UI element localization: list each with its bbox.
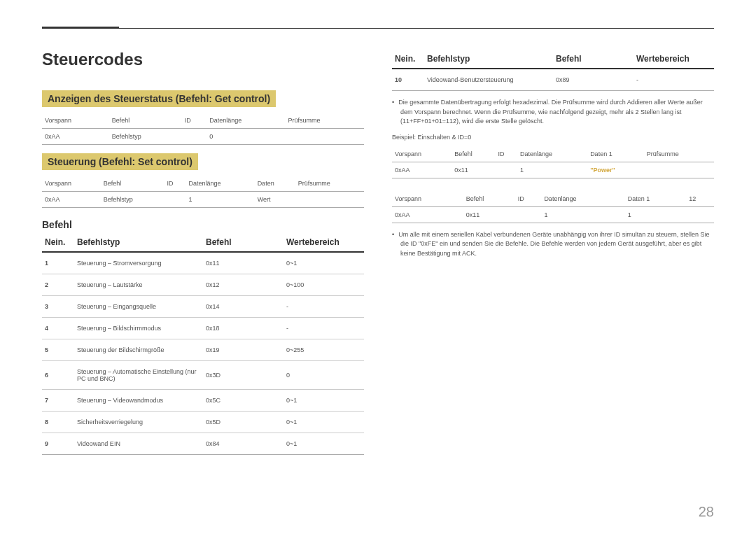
- td: 0~1: [284, 252, 364, 274]
- td: [644, 162, 714, 178]
- td-power: "Power": [587, 162, 644, 178]
- td: 0: [206, 129, 285, 145]
- td: 0xAA: [392, 206, 463, 223]
- note-hexadecimal: Die gesammte Datenübertragung erfolgt he…: [392, 98, 714, 127]
- get-control-table: Vorspann Befehl ID Datenlänge Prüfsumme …: [42, 113, 364, 145]
- section-heading-befehl: Befehl: [42, 219, 364, 230]
- example-label: Beispiel: Einschalten & ID=0: [392, 134, 714, 141]
- th: Vorspann: [42, 113, 109, 129]
- td: Wert: [255, 192, 295, 208]
- th: ID: [515, 191, 542, 207]
- th: Wertebereich: [284, 233, 364, 252]
- table-row: 3Steuerung – Eingangsquelle0x14-: [42, 296, 364, 318]
- th: ID: [182, 113, 206, 129]
- td: 0x5D: [203, 412, 284, 433]
- th: Prüfsumme: [295, 176, 364, 192]
- table-row: 2Steuerung – Lautstärke0x120~100: [42, 274, 364, 296]
- td: [686, 206, 714, 223]
- td: Steuerung der Bildschirmgröße: [74, 339, 203, 361]
- th: Daten 1: [587, 146, 644, 162]
- th: Nein.: [392, 50, 424, 69]
- td: 1: [517, 162, 587, 178]
- td: 2: [42, 274, 74, 296]
- th: Datenlänge: [186, 176, 254, 192]
- td: 0~255: [284, 339, 364, 361]
- th: Befehlstyp: [74, 233, 203, 252]
- td: Steuerung – Bildschirmmodus: [74, 318, 203, 339]
- td: 0~1: [284, 390, 364, 412]
- td: 0x84: [203, 433, 284, 455]
- th: Befehl: [109, 113, 182, 129]
- td: 10: [392, 69, 424, 91]
- th: Daten 1: [625, 191, 686, 207]
- note-text: Um alle mit einem seriellen Kabel verbun…: [400, 230, 714, 259]
- td: 8: [42, 412, 74, 433]
- th: Vorspann: [392, 191, 463, 207]
- example-table-b: Vorspann Befehl ID Datenlänge Daten 1 12…: [392, 191, 714, 223]
- td: Befehlstyp: [101, 192, 164, 208]
- td: 1: [186, 192, 254, 208]
- th: 12: [686, 191, 714, 207]
- th: Befehl: [101, 176, 164, 192]
- td: 6: [42, 361, 74, 390]
- td: 0x89: [553, 69, 634, 91]
- td: -: [634, 69, 714, 91]
- page-title: Steuercodes: [42, 50, 364, 69]
- td: Steuerung – Videowandmodus: [74, 390, 203, 412]
- th: Datenlänge: [541, 191, 624, 207]
- table-row: 6Steuerung – Automatische Einstellung (n…: [42, 361, 364, 390]
- th: Befehl: [553, 50, 634, 69]
- td: [495, 162, 517, 178]
- td: Videowand EIN: [74, 433, 203, 455]
- th: Daten: [255, 176, 295, 192]
- td: 4: [42, 318, 74, 339]
- th: ID: [164, 176, 186, 192]
- td: 1: [625, 206, 686, 223]
- th: ID: [495, 146, 517, 162]
- th: Befehlstyp: [424, 50, 553, 69]
- td: 0x12: [203, 274, 284, 296]
- td: 7: [42, 390, 74, 412]
- td: 0x11: [463, 206, 515, 223]
- td: 0xAA: [42, 192, 101, 208]
- th: Vorspann: [42, 176, 101, 192]
- td: 0x3D: [203, 361, 284, 390]
- td: 3: [42, 296, 74, 318]
- td: -: [284, 318, 364, 339]
- td: 0xAA: [392, 162, 451, 178]
- td: 1: [42, 252, 74, 274]
- table-row: 8Sicherheitsverriegelung0x5D0~1: [42, 412, 364, 433]
- set-control-table: Vorspann Befehl ID Datenlänge Daten Prüf…: [42, 176, 364, 208]
- td: Befehlstyp: [109, 129, 182, 145]
- section-heading-set-control: Steuerung (Befehl: Set control): [42, 153, 198, 170]
- td: 9: [42, 433, 74, 455]
- th: Befehl: [463, 191, 515, 207]
- td: 0x5C: [203, 390, 284, 412]
- td: 1: [541, 206, 624, 223]
- td: 0x11: [203, 252, 284, 274]
- td: 0x19: [203, 339, 284, 361]
- td: 0~1: [284, 412, 364, 433]
- td: 0x14: [203, 296, 284, 318]
- table-row: 9Videowand EIN0x840~1: [42, 433, 364, 455]
- td: Steuerung – Stromversorgung: [74, 252, 203, 274]
- td: [164, 192, 186, 208]
- note-text: Die gesammte Datenübertragung erfolgt he…: [400, 98, 714, 127]
- th: Prüfsumme: [644, 146, 714, 162]
- td: -: [284, 296, 364, 318]
- td: 0xAA: [42, 129, 109, 145]
- table-row: 1Steuerung – Stromversorgung0x110~1: [42, 252, 364, 274]
- td: [286, 129, 364, 145]
- th: Nein.: [42, 233, 74, 252]
- note-serial-cable: Um alle mit einem seriellen Kabel verbun…: [392, 230, 714, 259]
- td: 0: [284, 361, 364, 390]
- td: [515, 206, 542, 223]
- th: Befehl: [203, 233, 284, 252]
- th: Vorspann: [392, 146, 451, 162]
- td: 0~100: [284, 274, 364, 296]
- td: Steuerung – Eingangsquelle: [74, 296, 203, 318]
- td: Steuerung – Lautstärke: [74, 274, 203, 296]
- example-table-power: Vorspann Befehl ID Datenlänge Daten 1 Pr…: [392, 146, 714, 178]
- td: [295, 192, 364, 208]
- table-row: 5Steuerung der Bildschirmgröße0x190~255: [42, 339, 364, 361]
